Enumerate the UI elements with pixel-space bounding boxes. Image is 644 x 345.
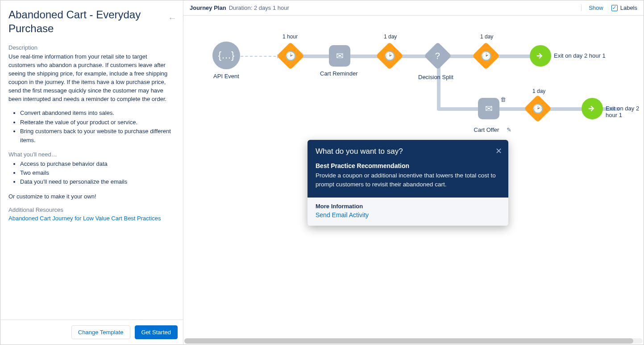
labels-checkbox-label: Labels [620, 4, 637, 11]
wait-node[interactable]: 🕑 [476, 46, 496, 66]
clock-icon: 🕑 [384, 50, 395, 61]
list-item: Reiterate the value of your product or s… [20, 118, 175, 127]
labels-checkbox[interactable]: ✓ Labels [611, 4, 637, 11]
cart-offer-label: Cart Offer [474, 126, 499, 133]
canvas-header: Journey Plan Duration: 2 days 1 hour Sho… [183, 0, 644, 16]
email-icon: ✉ [478, 98, 499, 119]
api-event-node[interactable]: {…} API Event [212, 42, 240, 80]
exit-icon [530, 45, 551, 67]
edit-icon[interactable]: ✎ [507, 126, 511, 133]
cart-reminder-node[interactable]: ✉ Cart Reminder [329, 45, 358, 77]
customize-text: Or customize to make it your own! [8, 193, 175, 201]
popover: What do you want to say? ✕ Best Practice… [307, 140, 508, 226]
clock-icon: 🕑 [481, 50, 492, 61]
sidebar-footer: Change Template Get Started [0, 320, 183, 345]
scrollbar-thumb[interactable] [184, 338, 633, 344]
wait-label: 1 day [532, 88, 545, 94]
get-started-button[interactable]: Get Started [135, 325, 178, 339]
clock-icon: 🕑 [532, 103, 544, 114]
description-bullets: Convert abandoned items into sales. Reit… [8, 109, 175, 145]
popover-recommendation: Provide a coupon or additional incentive… [316, 171, 500, 189]
list-item: Bring customers back to your website to … [20, 127, 175, 145]
wait-label: 1 hour [283, 34, 298, 40]
change-template-button[interactable]: Change Template [71, 325, 130, 339]
wait-node[interactable]: 🕑 [380, 46, 399, 66]
connector [241, 56, 281, 57]
canvas-area: Journey Plan Duration: 2 days 1 hour Sho… [183, 0, 644, 345]
exit-label: Exit on day 2 hour 1 [554, 52, 606, 59]
exit-icon [582, 98, 603, 119]
back-arrow-icon[interactable]: ← [168, 13, 177, 23]
journey-canvas[interactable]: 1 hour 1 day 1 day 1 day {…} API Event 🕑… [183, 16, 644, 345]
list-item: Access to purchase behavior data [20, 160, 175, 168]
send-email-link[interactable]: Send Email Activity [316, 211, 369, 219]
show-button[interactable]: Show [581, 4, 603, 11]
list-item: Convert abandoned items into sales. [20, 109, 175, 118]
list-item: Two emails [20, 168, 175, 177]
wait-label: 1 day [480, 34, 493, 40]
wait-node[interactable]: 🕑 [528, 99, 548, 118]
list-item: Data you'll need to personalize the emai… [20, 177, 175, 186]
popover-title: What do you want to say? [316, 147, 500, 156]
sidebar: ← Abandoned Cart - Everyday Purchase Des… [0, 0, 183, 345]
exit-node[interactable] [582, 98, 603, 119]
question-icon: ? [435, 51, 440, 61]
exit-node[interactable] [530, 45, 551, 67]
page-title: Abandoned Cart - Everyday Purchase [8, 8, 175, 35]
need-bullets: Access to purchase behavior data Two ema… [8, 160, 175, 186]
popover-subtitle: Best Practice Recommendation [316, 162, 500, 169]
need-label: What you'll need… [8, 151, 175, 158]
wait-node[interactable]: 🕑 [281, 46, 300, 66]
wait-label: 1 day [384, 34, 397, 40]
cart-offer-node[interactable]: ✉ Cart Offer [478, 98, 499, 133]
api-event-icon: {…} [212, 42, 240, 69]
horizontal-scrollbar[interactable] [184, 338, 643, 344]
email-icon: ✉ [329, 45, 350, 67]
trash-icon[interactable]: 🗑 [500, 96, 506, 103]
api-event-label: API Event [212, 73, 240, 80]
checkbox-icon: ✓ [611, 5, 618, 11]
decision-split-label: Decision Split [418, 74, 453, 80]
more-info-label: More Information [316, 203, 500, 210]
decision-split-node[interactable]: ? Decision Split [428, 46, 453, 80]
description-text: Use real-time information from your reta… [8, 53, 175, 103]
resources-label: Additional Resources [8, 206, 175, 213]
resources-link[interactable]: Abandoned Cart Journey for Low Value Car… [8, 215, 161, 222]
description-label: Description [8, 44, 175, 51]
canvas-duration: Duration: 2 days 1 hour [229, 4, 289, 11]
exit-label: Exit on day 2 hour 1 [606, 105, 644, 118]
clock-icon: 🕑 [285, 50, 296, 61]
canvas-title: Journey Plan [190, 4, 226, 11]
cart-reminder-label: Cart Reminder [320, 70, 358, 77]
close-icon[interactable]: ✕ [495, 146, 502, 156]
